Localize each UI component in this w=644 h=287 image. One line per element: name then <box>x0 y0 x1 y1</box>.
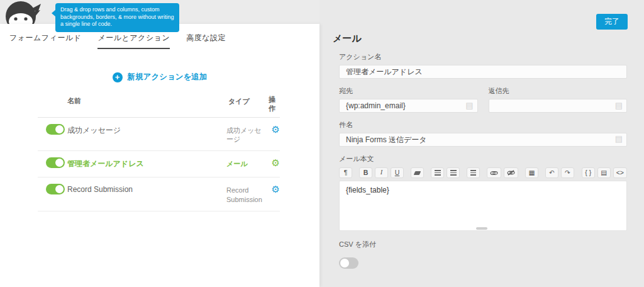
rte-toolbar: ¶ B I U <box>339 167 627 178</box>
remove-format-icon[interactable] <box>411 167 424 178</box>
tab-emails-actions[interactable]: メールとアクション <box>97 33 170 49</box>
bold-icon[interactable]: B <box>359 167 372 178</box>
merge-tag-icon[interactable]: ▤ <box>615 101 623 109</box>
actions-table: 名前 タイプ 操作 成功メッセージ 成功メッセージ ⚙ 管理者メールアドレス メ… <box>38 93 280 211</box>
gear-icon[interactable]: ⚙ <box>272 158 280 167</box>
tab-form-fields[interactable]: フォームフィールド <box>9 33 81 49</box>
subject-group: 件名 ▤ <box>339 120 627 147</box>
add-action-button[interactable]: + 新規アクションを追加 <box>0 72 319 82</box>
to-label: 宛先 <box>339 86 478 96</box>
ninja-icon <box>4 0 42 24</box>
toggle-knob <box>55 159 64 167</box>
merge-tag-icon[interactable]: ▤ <box>615 135 623 143</box>
column-header-ops: 操作 <box>269 95 280 113</box>
subject-input[interactable] <box>339 133 627 147</box>
column-header-name: 名前 <box>67 95 228 105</box>
csv-attach-label: CSV を添付 <box>339 240 627 249</box>
onboarding-tooltip: Drag & drop rows and columns, custom bac… <box>55 3 179 32</box>
undo-icon[interactable]: ↶ <box>545 167 558 178</box>
tooltip-text: Drag & drop rows and columns, custom bac… <box>60 6 174 27</box>
gear-icon[interactable]: ⚙ <box>272 184 280 194</box>
action-name[interactable]: Record Submission <box>67 184 226 194</box>
action-name-group: アクション名 <box>339 52 627 79</box>
toggle-knob <box>340 259 349 267</box>
panel-title: メール <box>333 33 627 45</box>
reply-to-label: 返信先 <box>489 86 628 96</box>
merge-tag-icon[interactable]: ▤ <box>465 101 473 109</box>
plus-icon: + <box>113 72 123 82</box>
email-body-label: メール本文 <box>339 154 627 164</box>
email-body-group: メール本文 ¶ B I U <box>339 154 627 231</box>
subject-label: 件名 <box>339 120 627 130</box>
action-enabled-toggle[interactable] <box>46 157 65 168</box>
done-button[interactable]: 完了 <box>596 14 628 30</box>
csv-attach-toggle[interactable] <box>339 257 358 269</box>
action-name-input[interactable] <box>339 65 627 79</box>
align-icon[interactable] <box>467 167 480 178</box>
to-input[interactable] <box>339 99 478 113</box>
paragraph-icon[interactable]: ¶ <box>339 167 352 178</box>
link-icon[interactable] <box>487 167 501 178</box>
ninja-forms-logo[interactable] <box>4 0 42 24</box>
action-enabled-toggle[interactable] <box>46 124 65 135</box>
add-action-label: 新規アクションを追加 <box>128 72 208 82</box>
reply-to-group: 返信先 ▤ <box>489 86 628 113</box>
action-settings-panel: 完了 メール アクション名 宛先 ▤ 返信先 <box>319 0 644 287</box>
source-code-icon[interactable]: <> <box>613 167 627 178</box>
action-name-label: アクション名 <box>339 52 627 62</box>
toggle-knob <box>55 185 64 193</box>
action-row-record-submission: Record Submission Record Submission ⚙ <box>38 177 280 211</box>
tab-advanced-settings[interactable]: 高度な設定 <box>186 33 226 49</box>
actions-table-header: 名前 タイプ 操作 <box>38 93 280 118</box>
action-type: メール <box>226 157 262 169</box>
eraser-icon <box>414 171 421 175</box>
email-body-editor[interactable]: {fields_table} <box>339 181 627 231</box>
redo-icon[interactable]: ↷ <box>561 167 574 178</box>
reply-to-input[interactable] <box>489 99 628 113</box>
kitchen-sink-icon[interactable]: ▤ <box>597 167 611 178</box>
ordered-list-icon[interactable] <box>431 167 444 178</box>
action-type: Record Submission <box>226 184 262 205</box>
gear-icon[interactable]: ⚙ <box>272 125 280 134</box>
action-enabled-toggle[interactable] <box>46 184 65 194</box>
italic-icon[interactable]: I <box>375 167 388 178</box>
action-row-success-message: 成功メッセージ 成功メッセージ ⚙ <box>38 118 280 152</box>
action-name[interactable]: 管理者メールアドレス <box>67 157 226 169</box>
editor-resize-handle[interactable] <box>476 227 487 230</box>
to-replyto-row: 宛先 ▤ 返信先 ▤ <box>339 86 627 113</box>
unordered-list-icon[interactable] <box>447 167 460 178</box>
form-builder-panel: フォームフィールド メールとアクション 高度な設定 + 新規アクションを追加 名… <box>0 24 319 287</box>
action-type: 成功メッセージ <box>226 124 262 145</box>
unlink-icon[interactable] <box>504 167 518 178</box>
insert-table-icon[interactable]: ▦ <box>525 167 538 178</box>
action-name[interactable]: 成功メッセージ <box>67 124 226 136</box>
toggle-knob <box>55 125 64 133</box>
to-group: 宛先 ▤ <box>339 86 478 113</box>
action-row-admin-email: 管理者メールアドレス メール ⚙ <box>38 151 280 177</box>
underline-icon[interactable]: U <box>391 167 404 178</box>
merge-tags-icon[interactable]: { } <box>582 167 595 178</box>
ninja-forms-builder: Drag & drop rows and columns, custom bac… <box>0 0 644 287</box>
csv-attach-group: CSV を添付 <box>339 240 627 271</box>
column-header-type: タイプ <box>228 95 264 106</box>
